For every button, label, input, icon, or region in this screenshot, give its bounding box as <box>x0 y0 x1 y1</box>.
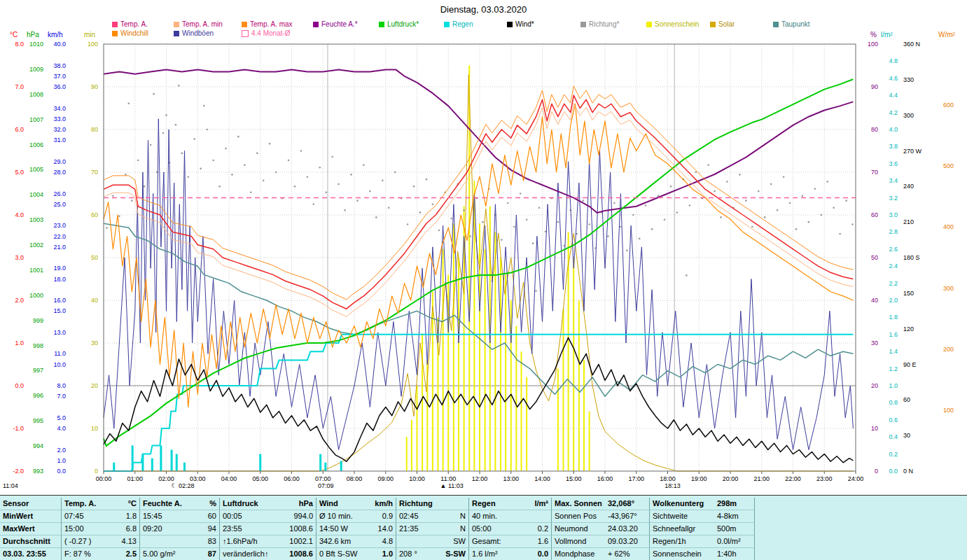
axis-tick: 40.0 <box>46 41 66 48</box>
axis-tick: 1.0 <box>4 340 24 346</box>
axis-tick: 4.0 <box>881 126 898 133</box>
legend-label: Solar <box>718 21 735 28</box>
axis-tick: 997 <box>25 367 43 374</box>
table-cell: 1.0 <box>366 548 396 560</box>
table-cell: Schneefallgr <box>650 523 714 536</box>
table-header-cell: 298m <box>714 498 755 510</box>
table-cell: 1002.1 <box>284 536 316 548</box>
axis-tick: 1.0 <box>46 457 66 464</box>
table-cell: 23:55 <box>220 523 284 536</box>
legend-swatch <box>174 22 179 27</box>
table-cell: 5.00 g/m² <box>140 548 189 560</box>
legend-label: Feuchte A.* <box>321 21 358 28</box>
x-axis-label: 13:00 <box>499 475 523 482</box>
table-cell: 0.0 <box>520 548 552 560</box>
axis-tick: 3.0 <box>881 211 898 218</box>
axis-tick: 70 <box>860 169 878 176</box>
table-cell: 1.6 l/m² <box>469 548 520 560</box>
axis-tick: 600 <box>935 102 954 108</box>
axis-tick: 37.0 <box>46 73 66 80</box>
axis-tick: 25.0 <box>46 201 66 208</box>
axis-tick: 36.0 <box>46 83 66 90</box>
table-cell: Gesamt: <box>469 536 520 548</box>
x-axis-label: 20:00 <box>718 475 742 482</box>
axis-tick: 19.0 <box>46 265 66 272</box>
x-axis-label: 23:00 <box>812 475 836 482</box>
axis-tick: 993 <box>25 468 43 475</box>
axis-tick: 0.4 <box>881 433 898 440</box>
axis-tick: 4.0 <box>4 211 24 218</box>
table-cell: 1008.6 <box>284 548 316 560</box>
table-cell: 02:45 <box>396 510 440 523</box>
time-marker: ▲ 11:03 <box>440 482 463 489</box>
axis-tick: 100 <box>81 41 98 48</box>
table-cell: 342.6 km <box>316 536 366 548</box>
x-axis-label: 21:00 <box>750 475 774 482</box>
legend-label: Sonnenschein <box>655 21 699 28</box>
axis-tick: 1.6 <box>881 331 898 338</box>
legend-swatch <box>444 22 450 27</box>
axis-tick: 1.4 <box>881 348 898 355</box>
table-cell <box>396 536 440 548</box>
x-axis-label: 22:00 <box>781 475 805 482</box>
x-axis-label: 19:00 <box>687 475 711 482</box>
page-title: Dienstag, 03.03.2020 <box>0 4 967 15</box>
axis-tick: 100 <box>860 41 878 48</box>
statistics-table: SensorTemp. A.°CFeuchte A.%LuftdruckhPaW… <box>0 495 967 560</box>
axis-tick: 23.0 <box>46 222 66 229</box>
table-cell: F: 87 % <box>62 548 106 560</box>
axis-tick: 1007 <box>25 116 43 123</box>
weather-chart-app: Dienstag, 03.03.2020 Temp. A.Temp. A. mi… <box>0 0 967 560</box>
axis-tick: 4.0 <box>46 425 66 432</box>
axis-tick: 270 W <box>903 148 928 155</box>
table-cell: S-SW <box>440 548 469 560</box>
table-header-cell: °C <box>106 498 140 510</box>
axis-tick: 4.2 <box>881 109 898 116</box>
axis-tick: 1004 <box>25 191 43 198</box>
axis-tick: 50 <box>81 254 98 261</box>
table-cell: 21:35 <box>396 523 440 536</box>
table-header-cell: Wind <box>316 498 366 510</box>
legend-label: Temp. A. min <box>182 21 223 28</box>
axis-tick: 10 <box>81 425 98 432</box>
table-header-cell: Sensor <box>0 498 62 510</box>
axis-tick: 30 <box>903 432 928 439</box>
axis-tick: 150 <box>903 290 928 297</box>
axis-tick: 2.8 <box>881 228 898 235</box>
legend-swatch <box>112 31 118 36</box>
table-cell: 83 <box>189 536 220 548</box>
legend-item-feuchte-a-: Feuchte A.* <box>313 21 358 28</box>
table-cell: N <box>440 523 469 536</box>
axis-tick: 28.0 <box>46 169 66 176</box>
x-axis-label: 12:00 <box>468 475 492 482</box>
legend-swatch <box>580 22 586 27</box>
time-marker: ☾ 02:28 <box>171 482 194 489</box>
table-cell: 09.03.20 <box>605 536 650 548</box>
x-axis-label: 24:00 <box>844 475 868 482</box>
axis-tick: 1.0 <box>881 382 898 389</box>
axis-tick: 180 S <box>903 254 928 261</box>
axis-tick: 40 <box>860 297 878 304</box>
table-header-cell: l/m² <box>520 498 552 510</box>
x-axis-label: 14:00 <box>531 475 555 482</box>
axis-tick: 13.0 <box>46 329 66 336</box>
axis-tick: 21.0 <box>46 244 66 251</box>
axis-tick: 5.0 <box>4 169 24 176</box>
legend-label: Taupunkt <box>781 21 810 28</box>
x-axis-label: 15:00 <box>562 475 585 482</box>
legend-swatch <box>313 22 319 27</box>
axis-tick: 40 <box>81 297 98 304</box>
axis-tick: 22.0 <box>46 233 66 240</box>
table-cell: 1.6 <box>520 536 552 548</box>
legend-swatch <box>646 22 652 27</box>
table-cell: 60 <box>189 510 220 523</box>
table-cell: 4-8km <box>714 510 755 523</box>
axis-tick: 200 <box>935 346 954 353</box>
legend-swatch <box>773 22 779 27</box>
table-cell: 03.03. 23:55 <box>0 548 62 560</box>
table-header-cell: km/h <box>366 498 396 510</box>
legend-label: Windböen <box>182 30 214 37</box>
legend-item-temp-a-min: Temp. A. min <box>174 21 223 28</box>
legend-item-luftdruck-: Luftdruck* <box>379 21 419 28</box>
axis-tick: 38.0 <box>46 62 66 69</box>
